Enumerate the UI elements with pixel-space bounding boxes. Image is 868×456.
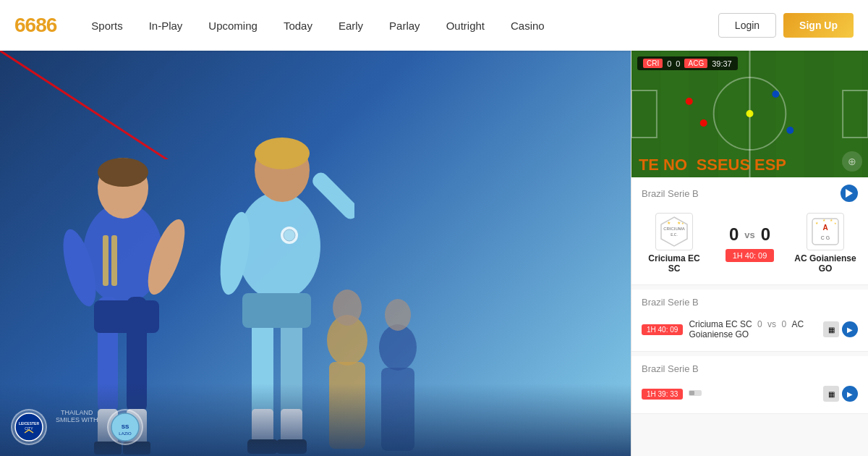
team1-abbr: CRI — [643, 59, 663, 68]
match-time: 1H 40: 09 — [726, 249, 775, 262]
nav-parlay[interactable]: Parlay — [376, 0, 433, 51]
auth-buttons: Login Sign Up — [718, 13, 854, 38]
nav-sports[interactable]: Sports — [78, 0, 135, 51]
team1-name: Criciuma EC SC — [642, 253, 707, 274]
svg-text:★: ★ — [834, 221, 837, 225]
match-row-time-2: 1H 39: 33 — [642, 389, 683, 400]
sponsor-logos: LEICESTER CITY THAILANDSMILES WITH SS LA… — [11, 409, 143, 445]
sponsor-text: THAILANDSMILES WITH — [56, 409, 98, 445]
svg-rect-47 — [862, 51, 868, 177]
live-video-card: TE NO SSEUS ESP CRI 0 0 ACG 39:37 ⊕ — [631, 51, 868, 177]
login-button[interactable]: Login — [718, 13, 776, 38]
svg-text:LAZIO: LAZIO — [119, 431, 132, 436]
match-row-league-2: Brazil Serie B — [642, 363, 858, 374]
league-name-text: Brazil Serie B — [642, 188, 699, 199]
score-display: 0 vs 0 — [729, 224, 770, 245]
match-row-section-2: Brazil Serie B 1H 39: 33 ▦ ▶ — [631, 356, 868, 414]
team2-score: 0 — [761, 224, 770, 245]
team1-crest: CRICIUMA E.C. ★ ★ ★ — [655, 213, 693, 250]
match-teams: CRICIUMA E.C. ★ ★ ★ Criciuma EC SC 0 — [642, 209, 858, 277]
right-sidebar: TE NO SSEUS ESP CRI 0 0 ACG 39:37 ⊕ Braz… — [631, 51, 868, 456]
watermark-icon: ⊕ — [842, 151, 862, 172]
svg-point-16 — [255, 138, 310, 169]
svg-text:C G: C G — [821, 235, 830, 240]
leicester-logo: LEICESTER CITY — [11, 409, 47, 445]
video-score2: 0 — [676, 59, 680, 68]
lazio-logo: SS LAZIO — [107, 409, 143, 445]
header: 6686 Sports In-Play Upcoming Today Early… — [0, 0, 868, 51]
match-row-league-1: Brazil Serie B — [642, 297, 858, 308]
svg-text:★: ★ — [815, 221, 819, 225]
play-icon-1[interactable]: ▶ — [842, 321, 858, 337]
league-header: Brazil Serie B — [642, 185, 858, 202]
match-row-2: 1H 39: 33 ▦ ▶ — [642, 381, 858, 406]
team1-block: CRICIUMA E.C. ★ ★ ★ Criciuma EC SC — [642, 213, 707, 274]
svg-rect-74 — [689, 391, 694, 395]
main-content: LEICESTER CITY THAILANDSMILES WITH SS LA… — [0, 51, 868, 456]
team1-score: 0 — [729, 224, 739, 245]
site-logo[interactable]: 6686 — [14, 14, 56, 37]
hero-banner: LEICESTER CITY THAILANDSMILES WITH SS LA… — [0, 51, 631, 456]
svg-text:★: ★ — [681, 221, 684, 225]
svg-point-54 — [772, 90, 779, 98]
svg-rect-7 — [94, 300, 159, 333]
svg-text:LEICESTER: LEICESTER — [19, 421, 39, 426]
main-live-match: Brazil Serie B CRICIUMA E.C. ★ — [631, 177, 868, 285]
stats-icon-2[interactable]: ▦ — [823, 386, 839, 402]
loading-indicator — [689, 392, 702, 402]
nav-outright[interactable]: Outright — [433, 0, 498, 51]
svg-point-27 — [284, 229, 295, 241]
nav-today[interactable]: Today — [271, 0, 326, 51]
play-button[interactable] — [841, 185, 858, 202]
svg-point-32 — [385, 299, 411, 331]
svg-text:★: ★ — [677, 221, 681, 225]
svg-rect-17 — [310, 169, 354, 221]
nav-inplay[interactable]: In-Play — [136, 0, 196, 51]
svg-point-56 — [746, 110, 754, 117]
vs-text: vs — [744, 229, 754, 240]
svg-marker-59 — [846, 189, 853, 198]
stats-icon-1[interactable]: ▦ — [823, 321, 839, 337]
nav-casino[interactable]: Casino — [498, 0, 558, 51]
svg-point-52 — [686, 98, 693, 105]
nav-upcoming[interactable]: Upcoming — [195, 0, 271, 51]
team2-abbr: ACG — [684, 59, 707, 68]
nav-early[interactable]: Early — [326, 0, 376, 51]
match-row-section-1: Brazil Serie B 1H 40: 09 Criciuma EC SC … — [631, 290, 868, 352]
team2-block: A C G ★ ★ ★ ★ AC Goianiense GO — [793, 213, 858, 274]
match-row-score-1: 0 vs 0 — [757, 319, 788, 329]
team2-name: AC Goianiense GO — [793, 253, 858, 274]
svg-text:A: A — [822, 224, 827, 232]
svg-point-31 — [379, 324, 417, 371]
svg-text:SSEUS ESP: SSEUS ESP — [697, 156, 786, 174]
svg-rect-13 — [111, 235, 117, 286]
team2-crest: A C G ★ ★ ★ ★ — [807, 213, 844, 250]
video-time: 39:37 — [712, 59, 732, 68]
svg-point-2 — [98, 158, 148, 187]
match-row-icons-2: ▦ ▶ — [823, 386, 858, 402]
match-row-icons-1: ▦ ▶ — [823, 321, 858, 337]
score-overlay: CRI 0 0 ACG 39:37 — [637, 56, 738, 70]
svg-text:E.C.: E.C. — [671, 232, 678, 237]
match-row-league-text-1: Brazil Serie B — [642, 297, 699, 308]
video-score1: 0 — [667, 59, 671, 68]
score-center: 0 vs 0 1H 40: 09 — [726, 224, 775, 262]
svg-rect-12 — [103, 235, 109, 286]
svg-text:CRICIUMA: CRICIUMA — [663, 227, 685, 231]
main-nav: Sports In-Play Upcoming Today Early Parl… — [78, 0, 718, 51]
match-row-team1-1: Criciuma EC SC — [689, 319, 752, 329]
signup-button[interactable]: Sign Up — [783, 13, 854, 38]
match-row-1: 1H 40: 09 Criciuma EC SC 0 vs 0 AC Goian… — [642, 315, 858, 344]
svg-point-29 — [333, 290, 362, 326]
svg-rect-46 — [804, 51, 833, 177]
svg-point-53 — [700, 119, 707, 127]
svg-text:SS: SS — [121, 423, 129, 430]
match-row-time-1: 1H 40: 09 — [642, 324, 683, 335]
svg-text:TE NO: TE NO — [639, 156, 687, 174]
video-bg: TE NO SSEUS ESP CRI 0 0 ACG 39:37 ⊕ — [631, 51, 868, 177]
svg-rect-21 — [242, 293, 311, 328]
match-row-league-text-2: Brazil Serie B — [642, 363, 699, 374]
play-icon-2[interactable]: ▶ — [842, 386, 858, 402]
svg-point-55 — [786, 127, 793, 134]
match-row-teams-1: Criciuma EC SC 0 vs 0 AC Goianiense GO — [689, 319, 817, 339]
